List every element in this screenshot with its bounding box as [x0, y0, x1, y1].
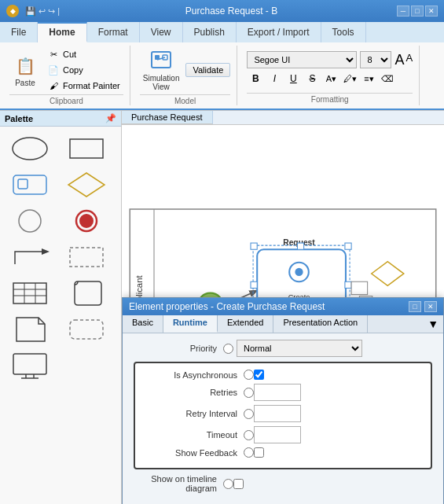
paste-button[interactable]: 📋 Paste — [9, 52, 41, 89]
tab-presentation-action[interactable]: Presentation Action — [273, 315, 368, 333]
show-feedback-label: Show Feedback — [141, 448, 244, 458]
palette-arrow[interactable] — [6, 241, 53, 273]
svg-rect-45 — [251, 281, 257, 288]
clipboard-items: 📋 Paste ✂ Cut 📄 Copy 🖌 Format Painter — [9, 47, 123, 93]
palette-monitor[interactable] — [6, 350, 53, 381]
palette-grid — [0, 127, 121, 388]
tab-tools[interactable]: Tools — [321, 22, 366, 42]
svg-point-33 — [295, 268, 303, 276]
palette-diamond[interactable] — [63, 169, 110, 200]
font-color-button[interactable]: A▾ — [322, 70, 339, 87]
show-timeline-radio[interactable] — [223, 479, 233, 489]
italic-button[interactable]: I — [266, 70, 283, 87]
strikethrough-button[interactable]: S — [303, 70, 321, 87]
align-button[interactable]: ≡▾ — [360, 70, 377, 87]
dialog-content: Priority Normal High Low Is Asynchronous — [123, 333, 443, 504]
svg-point-4 — [13, 138, 47, 160]
tab-runtime[interactable]: Runtime — [163, 315, 218, 333]
palette-document[interactable] — [6, 314, 53, 345]
retry-interval-input[interactable]: 2 — [254, 405, 301, 422]
bold-button[interactable]: B — [247, 70, 264, 87]
palette-scroll[interactable] — [63, 278, 110, 309]
paste-icon: 📋 — [13, 53, 38, 79]
maximize-button[interactable]: □ — [411, 6, 424, 17]
priority-row: Priority Normal High Low — [129, 340, 437, 357]
formatting-group-label: Formatting — [247, 93, 413, 104]
formatting-items: Segoe UI 8 A A B I — [247, 47, 413, 91]
palette-circle-border[interactable] — [6, 205, 53, 237]
dialog-tabs: Basic Runtime Extended Presentation Acti… — [123, 315, 443, 333]
title-bar: ◆ 💾 ↩ ↪ | Purchase Request - B ─ □ ✕ — [0, 0, 444, 22]
simulation-view-button[interactable]: Simulation View — [140, 47, 183, 93]
retries-row: Retries 2 — [141, 384, 424, 401]
ribbon-group-formatting: Segoe UI 8 A A B I — [240, 46, 420, 105]
copy-button[interactable]: 📄 Copy — [44, 63, 123, 77]
retries-radio[interactable] — [244, 388, 254, 398]
palette-table[interactable] — [6, 278, 53, 309]
timeout-input[interactable]: 30 — [254, 426, 301, 443]
is-async-row: Is Asynchronous — [141, 370, 424, 380]
retries-input[interactable]: 2 — [254, 384, 301, 401]
format-painter-icon: 🖌 — [47, 79, 60, 92]
font-size-select[interactable]: 8 — [360, 51, 391, 68]
font-controls: Segoe UI 8 A A B I — [247, 51, 413, 87]
clipboard-group-label: Clipboard — [9, 94, 123, 105]
highlight-button[interactable]: 🖊▾ — [341, 70, 358, 87]
show-feedback-radio[interactable] — [244, 447, 254, 458]
svg-rect-14 — [13, 283, 46, 304]
palette-rectangle[interactable] — [63, 133, 110, 164]
svg-rect-19 — [70, 320, 103, 339]
retry-interval-radio[interactable] — [244, 409, 254, 419]
timeout-row: Timeout 30 — [141, 426, 424, 443]
format-painter-button[interactable]: 🖌 Format Painter — [44, 79, 123, 93]
tab-format[interactable]: Format — [87, 22, 140, 42]
cut-label: Cut — [63, 50, 76, 59]
canvas-tab-purchase-request[interactable]: Purchase Request — [122, 111, 213, 124]
app-icon: ◆ — [6, 5, 19, 17]
priority-radio[interactable] — [223, 344, 233, 354]
ribbon: File Home Format View Publish Export / I… — [0, 22, 444, 111]
canvas-area: Purchase Request Applicant Start — [122, 111, 444, 504]
svg-rect-39 — [251, 243, 257, 249]
dialog-controls: □ ✕ — [409, 301, 437, 312]
palette-pin-icon[interactable]: 📌 — [105, 113, 116, 123]
show-feedback-checkbox[interactable] — [254, 447, 264, 458]
close-button[interactable]: ✕ — [425, 6, 438, 17]
palette-circle-red[interactable] — [63, 205, 110, 237]
tab-basic[interactable]: Basic — [123, 315, 163, 333]
font-shrink-icon[interactable]: A — [405, 52, 413, 68]
is-async-checkbox[interactable] — [254, 370, 264, 380]
is-async-radio[interactable] — [244, 370, 254, 380]
font-grow-icon[interactable]: A — [394, 52, 404, 68]
svg-rect-47 — [351, 281, 368, 294]
timeout-radio[interactable] — [244, 430, 254, 440]
show-timeline-checkbox[interactable] — [233, 479, 244, 489]
priority-select[interactable]: Normal High Low — [237, 340, 362, 357]
tab-publish[interactable]: Publish — [183, 22, 237, 42]
tab-extended[interactable]: Extended — [218, 315, 273, 333]
async-settings-box: Is Asynchronous Retries 2 Retry Interval — [134, 362, 432, 469]
expand-icon[interactable]: ▼ — [423, 315, 443, 333]
font-family-select[interactable]: Segoe UI — [247, 51, 357, 68]
palette-dashed-rect[interactable] — [63, 241, 110, 273]
palette-rounded-rect[interactable] — [6, 169, 53, 200]
validate-button[interactable]: Validate — [185, 63, 230, 77]
dialog-close-button[interactable]: ✕ — [424, 301, 437, 312]
tab-home[interactable]: Home — [38, 22, 86, 42]
font-format-buttons: B I U S A▾ 🖊▾ ≡▾ ⌫ — [247, 70, 396, 87]
retries-label: Retries — [141, 388, 244, 397]
retry-interval-row: Retry Interval 2 — [141, 405, 424, 422]
tab-view[interactable]: View — [140, 22, 183, 42]
palette-ellipse[interactable] — [6, 133, 53, 164]
tab-export-import[interactable]: Export / Import — [237, 22, 321, 42]
minimize-button[interactable]: ─ — [397, 6, 409, 17]
cut-icon: ✂ — [47, 48, 60, 61]
svg-rect-7 — [18, 179, 28, 189]
underline-button[interactable]: U — [284, 70, 302, 87]
dialog-restore-button[interactable]: □ — [409, 301, 421, 312]
simulation-icon — [149, 49, 174, 74]
tab-file[interactable]: File — [0, 22, 38, 42]
cut-button[interactable]: ✂ Cut — [44, 47, 123, 61]
palette-dashed-rounded[interactable] — [63, 314, 110, 345]
clear-format-button[interactable]: ⌫ — [379, 70, 396, 87]
